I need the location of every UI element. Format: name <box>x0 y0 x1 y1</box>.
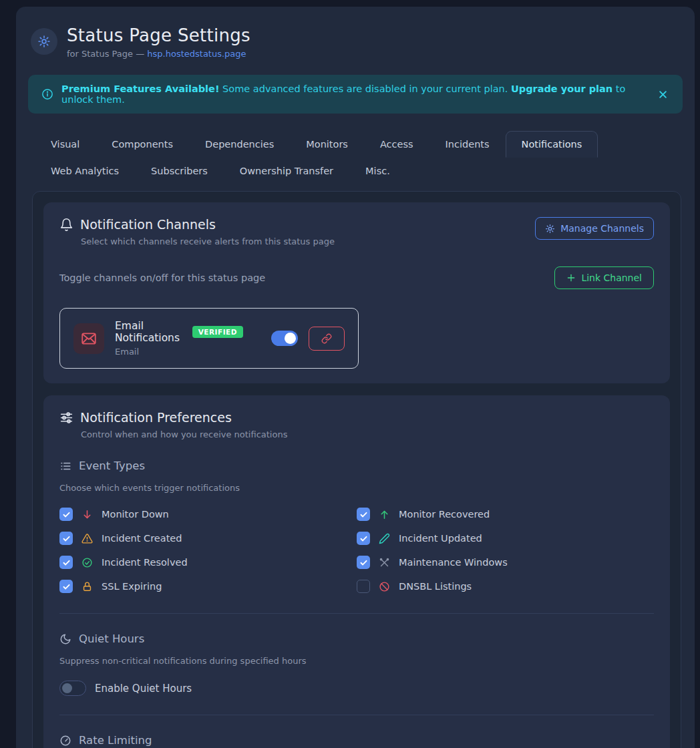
divider <box>59 715 654 715</box>
gear-icon <box>545 224 555 234</box>
quiet-hours-toggle[interactable] <box>59 681 86 696</box>
no-entry-icon <box>379 581 390 592</box>
premium-banner: Premium Features Available! Some advance… <box>28 75 683 114</box>
channel-name: Email Notifications <box>115 320 186 344</box>
channels-title-block: Notification Channels Select which chann… <box>59 217 335 246</box>
tab-misc[interactable]: Misc. <box>349 158 406 184</box>
event-types-subtitle: Choose which events trigger notification… <box>59 483 654 493</box>
checkbox-ssl-expiring[interactable] <box>59 580 73 593</box>
chain-link-icon <box>321 333 332 344</box>
tab-dependencies[interactable]: Dependencies <box>189 131 290 158</box>
gauge-icon <box>59 735 71 747</box>
page-subtitle: for Status Page — hsp.hostedstatus.page <box>67 49 250 59</box>
settings-card: Status Page Settings for Status Page — h… <box>16 7 695 748</box>
event-label: SSL Expiring <box>102 581 162 592</box>
event-label: Maintenance Windows <box>399 557 508 568</box>
status-page-link[interactable]: hsp.hostedstatus.page <box>147 49 246 59</box>
arrow-up-icon <box>379 509 390 520</box>
link-channel-button[interactable]: Link Channel <box>554 266 654 289</box>
tab-access[interactable]: Access <box>364 131 429 158</box>
preferences-title: Notification Preferences <box>80 410 232 425</box>
tab-web-analytics[interactable]: Web Analytics <box>35 158 135 184</box>
plus-icon <box>566 273 576 283</box>
quiet-hours-title: Quiet Hours <box>79 632 144 645</box>
checkbox-incident-updated[interactable] <box>357 532 370 545</box>
toggle-knob <box>285 333 296 344</box>
tools-icon <box>379 557 390 568</box>
tab-components[interactable]: Components <box>96 131 189 158</box>
tab-visual[interactable]: Visual <box>35 131 96 158</box>
link-channel-label: Link Channel <box>581 272 642 283</box>
channel-actions <box>271 327 345 351</box>
rate-limiting-header: Rate Limiting <box>59 734 654 747</box>
toggle-hint-row: Toggle channels on/off for this status p… <box>59 266 654 289</box>
checkbox-monitor-recovered[interactable] <box>357 508 370 521</box>
quiet-hours-toggle-label: Enable Quiet Hours <box>95 683 192 695</box>
banner-middle: Some advanced features are disabled in y… <box>220 83 512 94</box>
event-types-grid: Monitor Down Monitor Recovered <box>59 506 654 594</box>
tab-ownership-transfer[interactable]: Ownership Transfer <box>224 158 349 184</box>
toggle-hint: Toggle channels on/off for this status p… <box>59 272 265 283</box>
divider <box>59 613 654 614</box>
tab-subscribers[interactable]: Subscribers <box>135 158 224 184</box>
upgrade-plan-link[interactable]: Upgrade your plan <box>511 83 612 94</box>
event-label: Incident Updated <box>399 533 482 544</box>
warning-triangle-icon <box>81 533 93 544</box>
envelope-icon <box>73 323 104 354</box>
event-label: Monitor Down <box>102 509 169 520</box>
event-label: DNSBL Listings <box>399 581 472 592</box>
checkbox-dnsbl-listings[interactable] <box>357 580 370 593</box>
page-header: Status Page Settings for Status Page — h… <box>27 19 684 73</box>
page-title-block: Status Page Settings for Status Page — h… <box>67 25 250 59</box>
quiet-hours-toggle-row: Enable Quiet Hours <box>59 681 654 696</box>
channels-title: Notification Channels <box>80 217 216 232</box>
notification-channels-section: Notification Channels Select which chann… <box>43 202 670 383</box>
moon-icon <box>59 633 71 645</box>
event-item-maintenance-windows: Maintenance Windows <box>357 554 654 570</box>
list-icon <box>59 460 71 472</box>
event-item-monitor-down: Monitor Down <box>59 506 357 522</box>
page-title: Status Page Settings <box>67 25 250 45</box>
event-item-incident-updated: Incident Updated <box>357 530 654 546</box>
channel-type: Email <box>115 347 243 357</box>
checkbox-incident-resolved[interactable] <box>59 556 73 569</box>
event-label: Monitor Recovered <box>399 509 490 520</box>
event-item-dnsbl-listings: DNSBL Listings <box>357 578 654 594</box>
banner-bold: Premium Features Available! <box>61 83 220 94</box>
quiet-hours-header: Quiet Hours <box>59 632 654 645</box>
quiet-hours-subtitle: Suppress non-critical notifications duri… <box>59 656 654 666</box>
event-item-ssl-expiring: SSL Expiring <box>59 578 357 594</box>
event-types-title: Event Types <box>79 459 145 472</box>
checkbox-monitor-down[interactable] <box>59 508 73 521</box>
unlink-channel-button[interactable] <box>309 327 345 351</box>
subtitle-prefix: for Status Page — <box>67 49 147 59</box>
notification-preferences-section: Notification Preferences Control when an… <box>43 395 670 748</box>
arrow-down-icon <box>81 509 93 520</box>
event-item-monitor-recovered: Monitor Recovered <box>357 506 654 522</box>
checkbox-incident-created[interactable] <box>59 532 73 545</box>
settings-tabs: Visual Components Dependencies Monitors … <box>35 131 676 184</box>
gear-icon <box>31 28 57 55</box>
toggle-knob <box>62 683 72 693</box>
channel-card-email: Email Notifications VERIFIED Email <box>59 308 359 369</box>
rate-limiting-title: Rate Limiting <box>79 734 152 747</box>
manage-channels-button[interactable]: Manage Channels <box>535 217 654 240</box>
manage-channels-label: Manage Channels <box>560 223 644 234</box>
pencil-icon <box>379 533 390 544</box>
email-channel-toggle[interactable] <box>271 331 298 346</box>
checkbox-maintenance-windows[interactable] <box>357 556 370 569</box>
tab-notifications[interactable]: Notifications <box>506 131 598 158</box>
event-label: Incident Resolved <box>102 557 188 568</box>
verified-badge: VERIFIED <box>192 326 243 338</box>
tab-monitors[interactable]: Monitors <box>290 131 364 158</box>
event-label: Incident Created <box>102 533 182 544</box>
close-icon[interactable] <box>657 88 669 101</box>
banner-text: Premium Features Available! Some advance… <box>61 83 649 105</box>
channel-info: Email Notifications VERIFIED Email <box>115 320 243 357</box>
sliders-icon <box>59 411 73 425</box>
check-circle-icon <box>81 557 93 568</box>
event-item-incident-resolved: Incident Resolved <box>59 554 357 570</box>
tab-incidents[interactable]: Incidents <box>429 131 506 158</box>
notifications-panel: Notification Channels Select which chann… <box>32 191 681 748</box>
preferences-subtitle: Control when and how you receive notific… <box>81 429 654 439</box>
